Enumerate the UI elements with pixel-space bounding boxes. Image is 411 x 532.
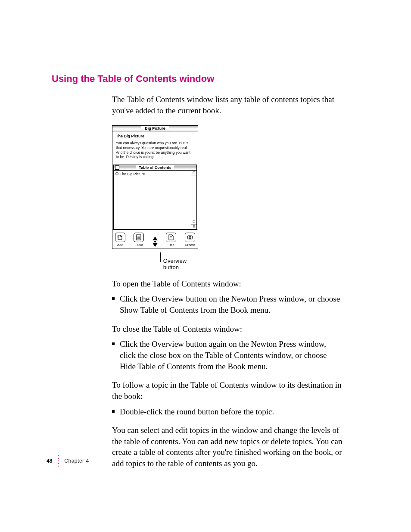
- callout-label: Overview button: [163, 252, 198, 271]
- concluding-paragraph: You can select and edit topics in the wi…: [112, 425, 342, 469]
- window-title: Big Picture: [141, 126, 169, 131]
- round-button-icon[interactable]: [115, 172, 118, 175]
- create-button[interactable]: Create: [185, 233, 195, 247]
- bullet-icon: [112, 410, 115, 413]
- add-label: Add: [117, 243, 123, 247]
- list-item: Click the Overview button again on the N…: [112, 339, 342, 372]
- toc-list: The Big Picture: [114, 171, 191, 229]
- toc-item-label: The Big Picture: [120, 172, 145, 176]
- toc-item[interactable]: The Big Picture: [115, 172, 189, 176]
- scrollbar[interactable]: ▢ ▢ ⧉: [191, 171, 196, 229]
- dot-separator-icon: [58, 454, 59, 467]
- list-item-text: Click the Overview button again on the N…: [120, 339, 342, 372]
- title-icon: [166, 233, 176, 242]
- resize-handle-icon[interactable]: ⧉: [191, 224, 196, 229]
- bullet-icon: [112, 342, 115, 345]
- list-item: Click the Overview button on the Newton …: [112, 293, 342, 315]
- document-text: You can always question who you are. But…: [116, 141, 194, 159]
- body-text: To open the Table of Contents window: Cl…: [112, 278, 342, 469]
- callout: Overview button: [160, 252, 198, 271]
- open-heading: To open the Table of Contents window:: [112, 278, 342, 289]
- toc-title: Table of Contents: [136, 165, 174, 170]
- document-heading: The Big Picture: [116, 134, 194, 138]
- title-button[interactable]: Title: [166, 233, 176, 247]
- overview-button[interactable]: [153, 236, 158, 247]
- svg-rect-4: [170, 236, 172, 237]
- big-picture-window: Big Picture The Big Picture You can alwa…: [112, 125, 198, 249]
- page-number: 48: [47, 458, 52, 464]
- up-arrow-icon: [153, 236, 158, 240]
- close-heading: To close the Table of Contents window:: [112, 324, 342, 335]
- screenshot-figure: Big Picture The Big Picture You can alwa…: [112, 125, 198, 271]
- callout-line: [160, 252, 161, 262]
- document-area: The Big Picture You can always question …: [112, 131, 198, 163]
- list-item-text: Click the Overview button on the Newton …: [120, 293, 342, 315]
- list-item-text: Double-click the round button before the…: [120, 406, 274, 417]
- topic-icon: [134, 233, 144, 242]
- page-footer: 48 Chapter 4: [47, 454, 89, 467]
- scroll-down-icon[interactable]: ▢: [191, 219, 196, 224]
- title-label: Title: [168, 243, 174, 247]
- create-label: Create: [185, 243, 195, 247]
- add-button[interactable]: Add: [115, 233, 125, 247]
- follow-heading: To follow a topic in the Table of Conten…: [112, 380, 342, 401]
- topic-label: Topic: [135, 243, 143, 247]
- create-icon: [185, 233, 195, 242]
- add-icon: [115, 233, 125, 242]
- scroll-up-icon[interactable]: ▢: [191, 171, 196, 175]
- window-titlebar: Big Picture: [112, 126, 198, 131]
- dot-icon: [154, 241, 156, 243]
- bullet-icon: [112, 297, 115, 300]
- toc-titlebar: Table of Contents: [114, 165, 196, 171]
- scroll-track[interactable]: [191, 175, 196, 219]
- toc-window: Table of Contents The Big Picture ▢ ▢: [113, 165, 197, 230]
- section-heading: Using the Table of Contents window: [52, 73, 349, 84]
- toolbar: Add Topic Title: [112, 230, 198, 249]
- intro-paragraph: The Table of Contents window lists any t…: [112, 94, 342, 116]
- down-arrow-icon: [153, 243, 158, 247]
- document-page: Using the Table of Contents window The T…: [0, 0, 411, 532]
- list-item: Double-click the round button before the…: [112, 406, 342, 417]
- close-box-icon[interactable]: [115, 165, 119, 170]
- topic-button[interactable]: Topic: [134, 233, 144, 247]
- chapter-label: Chapter 4: [64, 458, 89, 464]
